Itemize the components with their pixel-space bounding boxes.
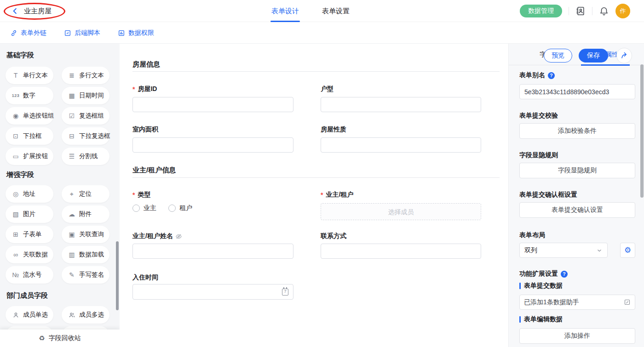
sidebar-item-label: 成员单选	[23, 311, 48, 319]
panel-scrollbar[interactable]	[640, 64, 644, 198]
calendar-icon: ▦	[68, 92, 76, 99]
toolbar-links: 表单外链 后端脚本 数据权限	[10, 22, 154, 44]
calendar-picker-icon[interactable]	[282, 289, 288, 296]
sidebar-item-radio-group[interactable]: ◉单选按钮组	[6, 107, 53, 125]
sidebar-item-serial-number[interactable]: №流水号	[6, 266, 53, 284]
header-actions: 数据管理 作	[520, 0, 630, 22]
submit-confirm-button[interactable]: 表单提交确认设置	[519, 202, 635, 218]
area-input[interactable]	[132, 137, 293, 153]
add-operation-button[interactable]: 添加操作	[519, 328, 635, 344]
visibility-rules-button[interactable]: 字段显隐规则	[519, 163, 635, 178]
back-chevron-icon[interactable]	[11, 7, 19, 15]
owner-name-input[interactable]	[132, 244, 293, 259]
add-validation-button[interactable]: 添加校验条件	[519, 123, 635, 139]
movein-date-field	[132, 284, 293, 300]
preview-button[interactable]: 预览	[544, 49, 572, 63]
share-button[interactable]	[616, 48, 632, 63]
sidebar-item-label: 附件	[79, 210, 92, 218]
sidebar-item-address[interactable]: ◎地址	[6, 185, 53, 203]
permission-icon	[118, 29, 125, 37]
toolbar-link-label: 数据权限	[128, 29, 154, 37]
radio-circle[interactable]	[132, 205, 140, 212]
back-nav[interactable]: 业主房屋	[11, 0, 52, 22]
backend-script-action[interactable]: 后端脚本	[64, 29, 100, 37]
sidebar-item-label: 图片	[23, 210, 35, 218]
member-select-input[interactable]	[321, 203, 481, 220]
submit-data-box[interactable]: 已添加1条数据助手	[519, 295, 635, 310]
sidebar-scrollbar[interactable]	[116, 241, 119, 310]
divider	[592, 7, 592, 15]
sidebar-item-signature[interactable]: ✎手写签名	[62, 266, 109, 284]
sidebar-item-multi-select[interactable]: ⊟下拉复选框	[62, 127, 109, 145]
radio-option-tenant[interactable]: 租户	[168, 204, 192, 212]
sidebar-item-label: 成员多选	[79, 311, 104, 319]
contact-input[interactable]	[321, 244, 481, 259]
location-pin-icon: ◎	[12, 190, 20, 198]
bell-icon[interactable]	[599, 6, 609, 16]
external-link-action[interactable]: 表单外链	[10, 29, 46, 37]
data-manage-button[interactable]: 数据管理	[520, 5, 562, 17]
recycle-icon	[39, 334, 45, 342]
sidebar-item-attachment[interactable]: ☁附件	[62, 205, 109, 223]
form-alias-input[interactable]	[519, 84, 635, 99]
help-icon[interactable]	[561, 271, 568, 278]
sidebar-item-related-data[interactable]: ∞关联数据	[6, 246, 53, 263]
help-icon[interactable]	[548, 72, 555, 79]
sidebar-item-extend-button[interactable]: ▭扩展按钮	[6, 148, 53, 165]
sidebar-item-checkbox-group[interactable]: ☑复选框组	[62, 107, 109, 125]
gear-icon: ⚙	[624, 245, 631, 255]
property-input[interactable]	[321, 137, 481, 153]
sidebar-item-data-load[interactable]: ▥数据加载	[62, 246, 109, 263]
layout-select[interactable]: 双列	[519, 243, 608, 258]
top-header: 业主房屋 表单设计 表单设置 数据管理 作	[0, 0, 644, 22]
movein-date-input[interactable]	[138, 288, 282, 296]
sidebar-item-label: 扩展按钮	[23, 152, 48, 160]
edit-pencil-icon[interactable]	[624, 299, 631, 306]
field-recycle-bin[interactable]: 字段回收站	[0, 330, 120, 347]
sidebar-item-label: 日期时间	[79, 91, 104, 100]
address-book-icon[interactable]	[575, 6, 586, 16]
sidebar-item-single-text[interactable]: T单行文本	[6, 67, 53, 84]
section-divider	[132, 177, 500, 178]
chain-icon: ∞	[12, 251, 20, 258]
type-radio-group: 业主 租户	[132, 204, 192, 212]
radio-option-owner[interactable]: 业主	[132, 204, 156, 212]
sidebar-item-datetime[interactable]: ▦日期时间	[62, 87, 109, 104]
layout-gear-button[interactable]: ⚙	[620, 243, 635, 258]
sidebar-item-subform[interactable]: ⊞子表单	[6, 226, 53, 243]
sidebar-item-member-multi[interactable]: 成员多选	[62, 306, 109, 324]
link-icon	[10, 29, 17, 37]
radio-circle[interactable]	[168, 205, 176, 212]
sidebar-item-geolocation[interactable]: ⌖定位	[62, 185, 109, 203]
sidebar-item-label: 关联数据	[23, 250, 48, 259]
form-design-canvas[interactable]: 房屋信息 房屋ID 户型 室内面积 房屋性质 业主/租户信息 类型 业主 租户 …	[120, 44, 508, 347]
sidebar-item-related-query[interactable]: ▣关联查询	[62, 226, 109, 243]
sidebar-item-number[interactable]: 123数字	[6, 87, 53, 104]
extension-settings-label: 功能扩展设置	[519, 270, 568, 278]
sidebar-item-label: 单选按钮组	[23, 112, 54, 120]
sidebar-item-label: 数字	[23, 91, 35, 100]
bar-chart-icon: ▥	[68, 251, 76, 258]
avatar[interactable]: 作	[615, 4, 630, 18]
select-icon: ⊡	[12, 132, 20, 140]
sidebar-item-multi-text[interactable]: ≣多行文本	[62, 67, 109, 84]
checkbox-group-icon: ☑	[68, 112, 76, 119]
sidebar-item-label: 关联查询	[79, 230, 104, 239]
basic-fields-grid: T单行文本 ≣多行文本 123数字 ▦日期时间 ◉单选按钮组 ☑复选框组 ⊡下拉…	[6, 67, 111, 165]
sidebar-item-select[interactable]: ⊡下拉框	[6, 127, 53, 145]
properties-panel: 字段属性 表单属性 表单别名 表单提交校验 添加校验条件 字段显隐规则 字段显隐…	[508, 44, 644, 347]
data-permission-action[interactable]: 数据权限	[118, 29, 154, 37]
sidebar-item-divider[interactable]: ☰分割线	[62, 148, 109, 165]
pen-icon: ✎	[68, 271, 76, 279]
field-label-movein: 入住时间	[132, 273, 158, 282]
sidebar-item-image[interactable]: ▧图片	[6, 205, 53, 223]
tab-form-design[interactable]: 表单设计	[271, 0, 299, 22]
house-id-input[interactable]	[132, 97, 293, 112]
save-button[interactable]: 保存	[579, 49, 608, 63]
group-title-members: 部门成员字段	[6, 291, 48, 300]
required-asterisk	[132, 85, 135, 93]
sidebar-item-member-single[interactable]: 成员单选	[6, 306, 53, 324]
house-type-input[interactable]	[321, 97, 481, 112]
field-palette-sidebar: 基础字段 T单行文本 ≣多行文本 123数字 ▦日期时间 ◉单选按钮组 ☑复选框…	[0, 44, 120, 347]
tab-form-settings[interactable]: 表单设置	[322, 0, 350, 22]
